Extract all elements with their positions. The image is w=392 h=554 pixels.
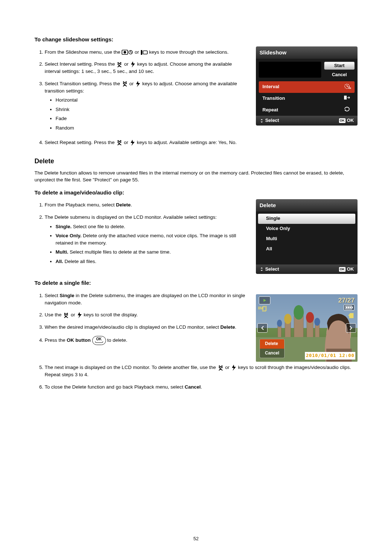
text: Select one file to delete. xyxy=(72,224,125,229)
menu-item-multi[interactable]: Multi xyxy=(258,234,355,244)
text: keys to move through the selections. xyxy=(148,49,229,55)
steps-delete-clip: From the Playback menu, select Delete. T… xyxy=(34,201,249,265)
thumbnail-placeholder xyxy=(259,62,321,78)
steps-slideshow: From the Slideshow menu, use the or keys… xyxy=(34,49,249,132)
svg-rect-12 xyxy=(344,95,347,99)
delete-options: Single. Select one file to delete. Voice… xyxy=(45,223,249,265)
list-item: Fade xyxy=(56,115,249,122)
svg-point-17 xyxy=(314,318,320,326)
delete-intro: The Delete function allows to remove unw… xyxy=(34,169,358,184)
footer-ok: OKOK xyxy=(339,266,354,273)
timer-icon xyxy=(128,49,133,55)
label: Interval xyxy=(262,83,279,90)
text: . xyxy=(235,324,237,330)
list-item: Shrink xyxy=(56,106,249,113)
nav-left-icon[interactable] xyxy=(257,323,268,333)
text: Select multiple files to delete at the s… xyxy=(68,249,171,255)
interval-row[interactable]: Interval 3s xyxy=(259,81,355,93)
resolution-badge: 8M xyxy=(258,305,267,313)
text: Select Interval setting. Press the xyxy=(45,61,116,67)
text: or xyxy=(69,312,77,317)
heading-delete: Delete xyxy=(34,156,358,166)
list-item: Random xyxy=(56,124,249,132)
timestamp: 2010/01/01 12:00 xyxy=(305,352,355,360)
flash-icon xyxy=(77,312,82,319)
svg-rect-27 xyxy=(348,307,349,308)
text: When the desired image/video/audio clip … xyxy=(45,324,220,330)
text-bold: Delete xyxy=(116,202,131,208)
start-button[interactable]: Start xyxy=(324,62,355,70)
lcd-title: Delete xyxy=(256,199,358,212)
text: The next image is displayed on the LCD m… xyxy=(45,365,217,370)
svg-rect-25 xyxy=(352,307,353,308)
flower-icon xyxy=(217,365,224,371)
repeat-row[interactable]: Repeat xyxy=(259,104,355,116)
steps-delete-single: Select Single in the Delete submenu, the… xyxy=(34,292,249,345)
lcd-slideshow: Slideshow Start Cancel Interval 3s xyxy=(256,46,358,126)
text: The Delete submenu is displayed on the L… xyxy=(45,214,217,220)
photo-menu-delete[interactable]: Delete xyxy=(260,339,284,348)
flower-icon xyxy=(122,81,128,87)
card-icon xyxy=(347,312,355,321)
text-bold: Voice Only. xyxy=(56,233,82,238)
text: or xyxy=(123,61,130,67)
text: To close the Delete function and go back… xyxy=(45,384,185,390)
lcd-photo-preview: 8M 27/27 Delete Cancel 2010/01/01 12:00 xyxy=(256,294,358,362)
repeat-icon xyxy=(343,106,351,114)
svg-point-15 xyxy=(294,305,304,320)
footer-select: Select xyxy=(260,117,279,124)
steps-slideshow-cont: Select Repeat setting. Press the or keys… xyxy=(34,139,358,146)
play-icon xyxy=(259,296,270,304)
flash-icon xyxy=(231,364,237,371)
menu-item-all[interactable]: All xyxy=(258,244,355,254)
text: Select Repeat setting. Press the xyxy=(45,140,116,145)
text-bold: Cancel xyxy=(185,384,201,390)
svg-point-14 xyxy=(284,314,291,324)
text-bold: All. xyxy=(56,259,63,264)
text: Press the xyxy=(45,337,67,343)
text: in the Delete submenu, the images are di… xyxy=(45,293,245,305)
photo-menu-cancel[interactable]: Cancel xyxy=(260,349,284,358)
flash-icon xyxy=(135,81,141,87)
heading-change-slideshow: To change slideshow settings: xyxy=(34,36,358,44)
display-icon xyxy=(140,49,148,56)
focus-icon xyxy=(122,49,128,56)
flash-icon xyxy=(130,139,135,146)
steps-delete-single-cont: The next image is displayed on the LCD m… xyxy=(34,364,358,390)
nav-right-icon[interactable] xyxy=(346,323,356,333)
lcd-delete-menu: Delete Single Voice Only Multi All Selec… xyxy=(256,199,358,274)
counter: 27/27 xyxy=(338,296,355,305)
text: keys to adjust. Available settings are: … xyxy=(135,140,237,145)
text: Select Transition setting. Press the xyxy=(45,81,122,86)
footer-select: Select xyxy=(260,266,279,273)
label: Transition xyxy=(262,95,285,102)
text: to delete. xyxy=(107,337,127,343)
text: Select xyxy=(45,293,60,298)
text: From the Playback menu, select xyxy=(45,202,116,208)
flower-icon xyxy=(116,61,123,68)
flower-icon xyxy=(63,312,69,319)
text: Delete only the attached voice memo, not… xyxy=(56,233,236,246)
transition-list: Horizontal Shrink Fade Random xyxy=(45,97,249,131)
list-item: Horizontal xyxy=(56,97,249,104)
menu-item-single[interactable]: Single xyxy=(258,214,355,224)
text: Delete all files. xyxy=(63,259,97,264)
footer-ok: OKOK xyxy=(339,117,354,124)
menu-item-voice-only[interactable]: Voice Only xyxy=(258,224,355,234)
flower-icon xyxy=(116,139,123,146)
page-number: 52 xyxy=(34,535,358,542)
svg-rect-26 xyxy=(346,307,347,308)
flash-icon xyxy=(130,61,136,68)
ok-button-icon: OK xyxy=(92,336,106,345)
text: keys to scroll the display. xyxy=(82,312,138,317)
text: . xyxy=(131,202,132,208)
transition-row[interactable]: Transition xyxy=(259,93,355,104)
text-bold: Single xyxy=(60,293,74,298)
text: or xyxy=(133,49,140,55)
text: or xyxy=(224,365,231,370)
cancel-button[interactable]: Cancel xyxy=(324,71,355,78)
transition-icon xyxy=(343,94,351,103)
text: Use the xyxy=(45,312,63,317)
text: or xyxy=(128,81,135,86)
text-bold: OK button xyxy=(67,337,91,343)
